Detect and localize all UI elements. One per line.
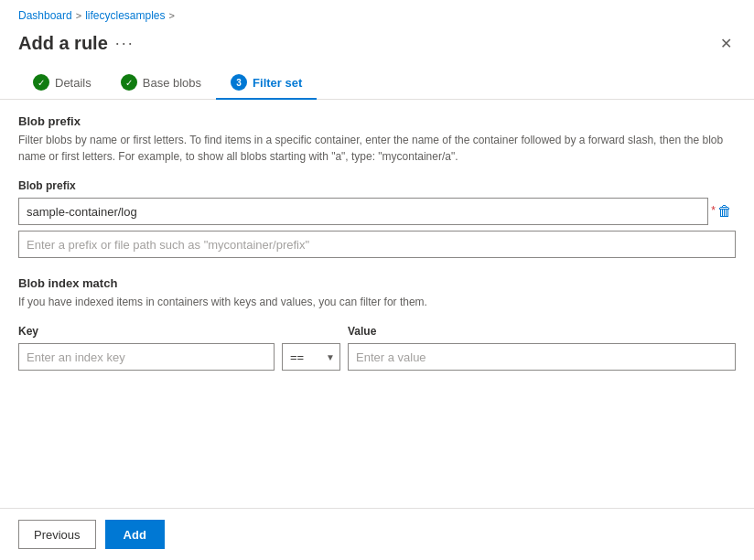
tab-details-label: Details bbox=[55, 76, 92, 90]
tab-details-check: ✓ bbox=[33, 74, 49, 91]
breadcrumb-lifecyclesamples[interactable]: lifecyclesamples bbox=[85, 9, 165, 22]
prefix-row-1: * 🗑 bbox=[18, 198, 736, 225]
operator-select-wrap: == != > >= < <= ▼ bbox=[282, 343, 340, 371]
delete-icon: 🗑 bbox=[717, 203, 732, 220]
key-label: Key bbox=[18, 325, 275, 338]
panel-header: Add a rule ··· ✕ bbox=[0, 27, 754, 67]
tab-base-blobs-label: Base blobs bbox=[143, 76, 201, 90]
value-col: Value bbox=[348, 325, 736, 371]
blob-index-section-desc: If you have indexed items in containers … bbox=[18, 294, 736, 310]
breadcrumb-separator-2: > bbox=[169, 10, 175, 21]
value-input[interactable] bbox=[348, 343, 736, 371]
add-button[interactable]: Add bbox=[105, 520, 165, 549]
delete-prefix-button[interactable]: 🗑 bbox=[714, 199, 736, 223]
close-icon[interactable]: ✕ bbox=[716, 31, 736, 56]
blob-prefix-section-desc: Filter blobs by name or first letters. T… bbox=[18, 132, 736, 165]
required-star: * bbox=[711, 204, 716, 217]
blob-prefix-field-label: Blob prefix bbox=[18, 179, 736, 192]
prefix-input-2[interactable] bbox=[18, 231, 736, 258]
tab-base-blobs[interactable]: ✓ Base blobs bbox=[106, 67, 216, 100]
blob-index-section: Blob index match If you have indexed ite… bbox=[18, 276, 736, 371]
content-area: Blob prefix Filter blobs by name or firs… bbox=[0, 100, 754, 385]
panel-title: Add a rule bbox=[18, 33, 108, 54]
tab-filter-set-number: 3 bbox=[231, 74, 247, 91]
previous-button[interactable]: Previous bbox=[18, 520, 96, 549]
blob-prefix-section-title: Blob prefix bbox=[18, 114, 736, 128]
breadcrumb-dashboard[interactable]: Dashboard bbox=[18, 9, 72, 22]
operator-spacer bbox=[282, 325, 340, 338]
tab-base-blobs-check: ✓ bbox=[121, 74, 137, 91]
more-options-icon[interactable]: ··· bbox=[115, 34, 135, 53]
blob-index-section-title: Blob index match bbox=[18, 276, 736, 290]
key-input[interactable] bbox=[18, 343, 275, 371]
prefix-row-2 bbox=[18, 231, 736, 258]
tab-filter-set-label: Filter set bbox=[253, 76, 302, 90]
breadcrumb: Dashboard > lifecyclesamples > bbox=[0, 0, 754, 27]
breadcrumb-separator-1: > bbox=[76, 10, 81, 21]
prefix-input-1[interactable] bbox=[18, 198, 708, 225]
panel-title-row: Add a rule ··· bbox=[18, 33, 135, 54]
operator-col: == != > >= < <= ▼ bbox=[275, 325, 348, 371]
operator-select[interactable]: == != > >= < <= bbox=[282, 343, 340, 371]
key-col-header: Key bbox=[18, 325, 275, 371]
tabs-row: ✓ Details ✓ Base blobs 3 Filter set bbox=[0, 67, 754, 100]
tab-details[interactable]: ✓ Details bbox=[18, 67, 106, 100]
value-label: Value bbox=[348, 325, 736, 338]
key-value-headers: Key == != > >= < <= ▼ V bbox=[18, 325, 736, 371]
tab-filter-set[interactable]: 3 Filter set bbox=[216, 67, 317, 100]
footer: Previous Add bbox=[0, 508, 754, 560]
prefix-input-wrap-1: * bbox=[18, 198, 708, 225]
